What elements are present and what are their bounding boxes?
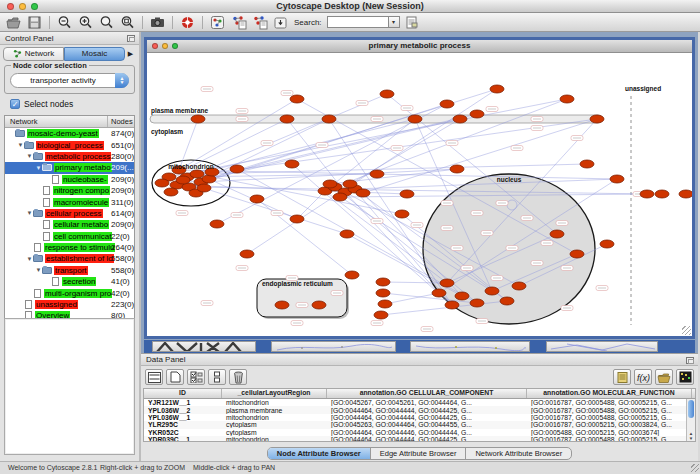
network-node[interactable] [191,115,205,123]
expander-icon[interactable]: ▼ [17,142,24,148]
help-button[interactable] [178,14,197,31]
float-panel-icon[interactable] [686,357,694,364]
network-tree-row[interactable]: macromolecule311(0) [5,196,134,207]
background-window[interactable] [152,341,256,352]
network-tree-row[interactable]: ▼primary metabo209(... [5,162,134,173]
network-node[interactable] [323,180,337,188]
create-attribute-button[interactable] [166,369,184,385]
network-tree-row[interactable]: secretion41(0) [5,276,134,287]
expander-icon[interactable]: ▼ [26,256,33,262]
notes-button[interactable] [613,369,631,385]
network-node[interactable] [440,100,454,108]
zoom-selected-button[interactable] [97,14,116,31]
network-node[interactable] [485,287,499,295]
network-node[interactable] [378,300,392,308]
snapshot-button[interactable] [148,14,167,31]
network-node[interactable] [445,301,459,309]
network-node[interactable] [590,115,604,123]
expander-icon[interactable]: ▼ [35,165,42,171]
network-canvas[interactable]: plasma membranecytoplasmmitochondrionnuc… [147,53,692,336]
network-node[interactable] [655,190,669,198]
save-session-button[interactable] [25,14,44,31]
expander-icon[interactable]: ▼ [26,153,33,159]
zoom-out-button[interactable] [55,14,74,31]
network-node[interactable] [374,311,388,319]
background-window[interactable] [546,341,658,352]
copy-network-view-2-button[interactable] [250,14,269,31]
network-node[interactable] [570,250,584,258]
network-tree-row[interactable]: ▼transport558(0) [5,265,134,276]
network-node[interactable] [490,85,504,93]
zoom-in-button[interactable] [76,14,95,31]
select-attributes-button[interactable] [187,369,205,385]
network-node[interactable] [197,184,211,192]
network-tree-row[interactable]: unassigned223(0) [5,299,134,310]
manage-networks-button[interactable] [208,14,227,31]
network-node[interactable] [340,230,354,238]
tab-overflow-button[interactable]: ▶ [125,50,136,58]
network-node[interactable] [679,190,692,198]
table-row[interactable]: YDR039C__1mitochondrion[GO:0044464, GO:0… [144,436,695,442]
network-node[interactable] [285,160,299,168]
background-window[interactable] [271,341,396,352]
scrollbar-arrows-icon[interactable]: ▲▼ [687,431,695,441]
network-tree-row[interactable]: response to stimulu264(0) [5,242,134,253]
tree-column-nodes[interactable]: Nodes [108,116,134,127]
network-node[interactable] [333,193,347,201]
network-node[interactable] [432,289,446,297]
attribute-browser-tab[interactable]: Node Attribute Browser [268,448,371,459]
network-node[interactable] [400,190,414,198]
network-node[interactable] [550,230,564,238]
table-column-header[interactable]: annotation.GO MOLECULAR_FUNCTION [527,389,692,398]
float-panel-icon[interactable] [127,35,135,42]
network-node[interactable] [164,188,178,196]
network-view-titlebar[interactable]: primary metabolic process [147,40,692,53]
network-tree-row[interactable]: mosaic-demo-yeast874(0) [5,128,134,139]
table-row[interactable]: YJR121W__1mitochondrion[GO:0045267, GO:0… [144,399,695,406]
tree-column-network[interactable]: Network [5,116,108,127]
attribute-browser-tab[interactable]: Edge Attribute Browser [371,448,467,459]
birdseye-view-panel[interactable] [4,318,135,455]
table-column-header[interactable]: _cellularLayoutRegion [222,389,327,398]
table-row[interactable]: YPL036W__1mitochondrion[GO:0044464, GO:0… [144,414,695,421]
expander-icon[interactable]: ▼ [35,267,42,273]
open-session-button[interactable] [4,14,23,31]
network-node[interactable] [580,160,594,168]
network-tree-row[interactable]: ▼metabolic process280(0) [5,151,134,162]
attribute-matrix-button[interactable] [676,369,694,385]
network-node[interactable] [356,189,370,197]
network-node[interactable] [640,190,654,198]
network-node[interactable] [290,95,304,103]
network-node[interactable] [470,110,484,118]
search-input[interactable] [327,16,389,28]
network-node[interactable] [155,179,169,187]
network-node[interactable] [600,240,614,248]
network-tree-row[interactable]: ▼cellular process614(0) [5,208,134,219]
expander-icon[interactable]: ▼ [26,210,33,216]
function-builder-button[interactable]: f(x) [634,369,652,385]
network-node[interactable] [210,220,224,228]
network-node[interactable] [500,297,514,305]
table-row[interactable]: YPL036W__2plasma membrane[GO:0044464, GO… [144,406,695,413]
copy-network-view-button[interactable] [229,14,248,31]
window-resize-grip-icon[interactable] [691,464,699,472]
select-nodes-checkbox[interactable]: ✓ [10,99,20,109]
network-node[interactable] [240,250,254,258]
unselect-attributes-button[interactable] [208,369,226,385]
network-node[interactable] [440,279,454,287]
import-attributes-button[interactable] [655,369,673,385]
network-node[interactable] [312,301,326,309]
network-node[interactable] [322,115,336,123]
network-node[interactable] [512,282,526,290]
search-dropdown-button[interactable]: ▾ [389,16,400,28]
network-node[interactable] [280,115,294,123]
resize-grip-icon[interactable] [682,326,691,335]
network-node[interactable] [345,271,359,279]
tab-mosaic[interactable]: Mosaic [64,47,125,61]
table-row[interactable]: YKR052Ccytoplasm[GO:0044464, GO:0044446,… [144,429,695,436]
network-tree-row[interactable]: cell communicat22(0) [5,231,134,242]
network-node[interactable] [376,289,390,297]
network-tree-row[interactable]: ▼biological_process651(0) [5,139,134,150]
network-node[interactable] [290,215,304,223]
network-node[interactable] [395,210,409,218]
